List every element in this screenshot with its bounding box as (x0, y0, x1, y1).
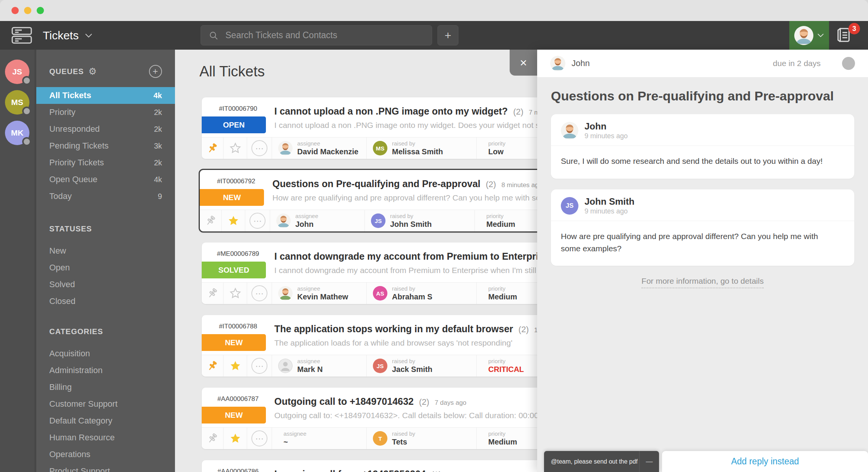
raised-by-cell[interactable]: MS raised by Melissa Smith (367, 137, 477, 159)
assignee-cell[interactable]: assignee John (270, 210, 365, 231)
priority-value: CRITICAL (488, 365, 524, 373)
add-ticket-button[interactable]: + (437, 25, 458, 45)
agent-initials: MS (11, 98, 23, 107)
sidebar-item-today[interactable]: Today 9 (36, 188, 175, 205)
pin-icon[interactable] (202, 355, 223, 377)
close-panel-button[interactable]: × (510, 50, 537, 76)
app-window: Tickets Search Tickets and Contacts + (0, 0, 868, 472)
sidebar-item-administration[interactable]: Administration (36, 362, 175, 379)
assignee-cell[interactable]: assignee ~ (272, 428, 367, 449)
sidebar-item-customer-support[interactable]: Customer Support (36, 396, 175, 412)
sidebar-item-operations[interactable]: Operations (36, 446, 175, 463)
item-label: Default Category (49, 416, 112, 426)
queues-app-icon[interactable] (11, 27, 32, 44)
pin-icon[interactable] (202, 137, 223, 159)
star-icon[interactable] (223, 137, 247, 159)
ticket-thread-count: (2) (513, 107, 523, 117)
ticket-time: 7 days ago (435, 399, 466, 407)
raised-by-cell[interactable]: T raised by Tets (367, 428, 477, 449)
assignee-avatar (278, 141, 293, 155)
categories-list: Acquisition Administration Billing Custo… (36, 345, 175, 472)
user-menu[interactable] (789, 21, 829, 50)
draft-toast[interactable]: @team, please send out the pdf w... — (544, 451, 659, 472)
sidebar-item-new[interactable]: New (36, 242, 175, 259)
more-options-button[interactable]: ⋯ (247, 137, 272, 159)
ticket-title[interactable]: Outgoing call to +18497014632 (274, 396, 414, 407)
pin-icon[interactable] (202, 283, 223, 304)
item-count: 2k (154, 158, 162, 167)
categories-section-header: CATEGORIES (36, 327, 175, 336)
search-placeholder: Search Tickets and Contacts (225, 30, 337, 40)
draft-toast-text: @team, please send out the pdf w... (551, 458, 639, 465)
message-time: 9 minutes ago (585, 132, 628, 140)
search-input[interactable]: Search Tickets and Contacts (201, 25, 432, 45)
pin-icon[interactable] (202, 428, 223, 449)
raised-by-label: raised by (392, 430, 415, 437)
add-queue-button[interactable]: + (149, 65, 162, 78)
sidebar-item-priority[interactable]: Priority 2k (36, 104, 175, 121)
sidebar-item-solved[interactable]: Solved (36, 276, 175, 293)
item-label: Administration (49, 365, 102, 375)
more-options-button[interactable]: ⋯ (247, 428, 272, 449)
sidebar-item-open[interactable]: Open (36, 259, 175, 276)
message-time: 9 minutes ago (585, 207, 628, 215)
ticket-title[interactable]: Incoming call from +19495350204 (274, 469, 426, 472)
sidebar-item-product-support[interactable]: Product Support (36, 463, 175, 472)
ticket-title[interactable]: The application stops working in my defa… (274, 323, 513, 335)
ticket-id: #IT00006788 (202, 323, 274, 330)
ticket-title[interactable]: I cannot downgrade my account from Premi… (274, 251, 570, 262)
minimize-icon[interactable]: — (639, 451, 659, 472)
raised-by-cell[interactable]: AS raised by Abraham S (367, 283, 477, 304)
add-reply-button[interactable]: Add reply instead (662, 451, 868, 472)
assignee-cell[interactable]: assignee David Mackenzie (272, 137, 367, 159)
assignee-name: ~ (283, 438, 288, 446)
panel-header: John due in 2 days (537, 50, 868, 77)
sidebar-item-all-tickets[interactable]: All Tickets 4k (36, 87, 175, 104)
assignee-cell[interactable]: assignee Mark N (272, 355, 367, 377)
agent-avatar[interactable]: JS (5, 60, 29, 84)
sidebar-item-billing[interactable]: Billing (36, 379, 175, 396)
sidebar-item-pending-tickets[interactable]: Pending Tickets 3k (36, 137, 175, 154)
raised-by-label: raised by (390, 213, 413, 219)
raised-by-avatar: T (373, 431, 387, 446)
raised-by-cell[interactable]: JS raised by Jack Smith (367, 355, 477, 377)
sidebar-item-closed[interactable]: Closed (36, 293, 175, 310)
agent-initials: MK (11, 128, 24, 137)
go-to-details-link[interactable]: For more information, go to details (641, 276, 764, 288)
star-icon[interactable] (222, 210, 245, 231)
ticket-id: #AA00006786 (202, 468, 274, 472)
close-window-button[interactable] (11, 7, 19, 14)
priority-label: priority (486, 213, 504, 219)
minimize-window-button[interactable] (24, 7, 31, 14)
more-options-button[interactable]: ⋯ (245, 210, 270, 231)
agent-avatar[interactable]: MS (5, 90, 29, 115)
star-icon[interactable] (223, 428, 247, 449)
sidebar-item-acquisition[interactable]: Acquisition (36, 345, 175, 362)
assignee-label: assignee (297, 285, 320, 292)
more-options-button[interactable]: ⋯ (247, 283, 272, 304)
sidebar-item-open-queue[interactable]: Open Queue 4k (36, 171, 175, 188)
ticket-title[interactable]: I cannot upload a non .PNG image onto my… (274, 106, 508, 117)
ellipsis-icon: ⋯ (249, 213, 266, 229)
notifications-button[interactable]: 3 (835, 26, 858, 46)
raised-by-initials: JS (377, 363, 384, 369)
item-label: Product Support (49, 466, 110, 472)
more-options-button[interactable]: ⋯ (247, 355, 272, 377)
zoom-window-button[interactable] (37, 7, 44, 14)
ticket-status-badge: NEW (202, 334, 266, 351)
assignee-cell[interactable]: assignee Kevin Mathew (272, 283, 367, 304)
sidebar-item-human-resource[interactable]: Human Resource (36, 429, 175, 446)
sidebar-item-default-category[interactable]: Default Category (36, 412, 175, 429)
gear-icon[interactable]: ⚙ (88, 66, 97, 77)
tickets-menu[interactable]: Tickets (43, 29, 92, 42)
star-icon[interactable] (223, 355, 247, 377)
raised-by-cell[interactable]: JS raised by John Smith (365, 210, 475, 231)
agent-avatar[interactable]: MK (5, 121, 29, 145)
pin-icon[interactable] (200, 210, 222, 231)
sidebar-item-priority-tickets[interactable]: Priority Tickets 2k (36, 154, 175, 171)
message-card: John 9 minutes ago Sure, I will do some … (551, 114, 854, 179)
status-circle[interactable] (842, 57, 855, 70)
sidebar-item-unresponded[interactable]: Unresponded 2k (36, 121, 175, 137)
ticket-title[interactable]: Questions on Pre-qualifying and Pre-appr… (272, 178, 481, 189)
star-icon[interactable] (223, 283, 247, 304)
